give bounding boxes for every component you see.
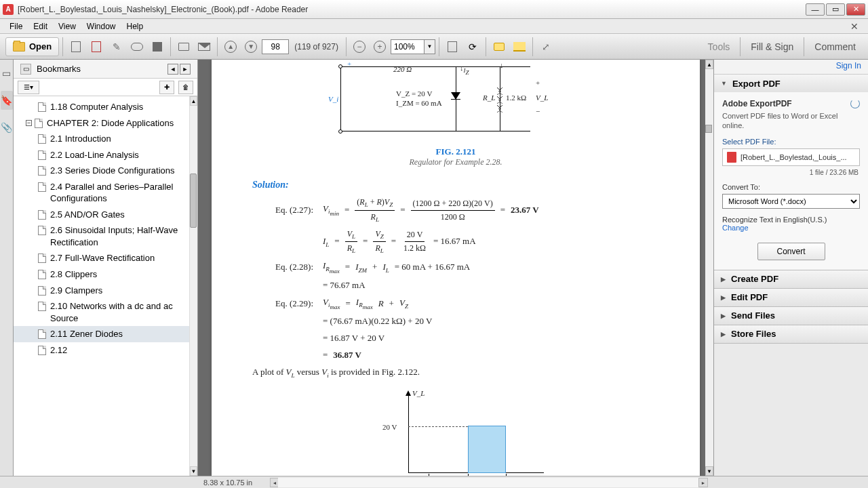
edit-pdf-header[interactable]: ▶Edit PDF bbox=[714, 289, 868, 306]
menu-file[interactable]: File bbox=[4, 20, 28, 33]
selected-file-box[interactable]: [Robert_L._Boylestad,_Louis_... bbox=[722, 148, 860, 166]
bookmarks-delete-button[interactable]: 🗑 bbox=[178, 81, 193, 94]
figure-caption: FIG. 2.121 Regulator for Example 2.28. bbox=[252, 146, 659, 167]
zoom-in-button[interactable]: + bbox=[370, 37, 389, 56]
bookmark-item[interactable]: 2.10 Networks with a dc and ac Source bbox=[14, 298, 197, 326]
bookmark-item[interactable]: 2.11 Zener Diodes bbox=[14, 326, 197, 342]
expand-icon[interactable]: ⤢ bbox=[536, 37, 555, 56]
bookmarks-title: Bookmarks bbox=[37, 64, 166, 74]
bookmark-item[interactable]: 2.2 Load-Line Analysis bbox=[14, 147, 197, 163]
bookmark-label: 2.3 Series Diode Configurations bbox=[50, 165, 195, 177]
cloud-icon[interactable] bbox=[127, 37, 146, 56]
vl-label: V_L bbox=[536, 94, 548, 102]
fill-sign-tab[interactable]: Fill & Sign bbox=[744, 37, 800, 56]
bookmark-label: 2.9 Clampers bbox=[50, 285, 195, 297]
export-pdf-body: Adobe ExportPDF Convert PDF files to Wor… bbox=[714, 92, 868, 270]
email-icon[interactable] bbox=[195, 37, 214, 56]
print-icon[interactable] bbox=[174, 37, 193, 56]
attachments-icon[interactable]: 📎 bbox=[1, 118, 13, 137]
app-icon: A bbox=[3, 4, 14, 15]
document-scrollbar[interactable]: ▲ ▼ bbox=[705, 60, 713, 476]
page-number-input[interactable] bbox=[262, 39, 289, 54]
change-link[interactable]: Change bbox=[722, 224, 749, 232]
bookmarks-icon[interactable]: 🔖 bbox=[1, 91, 13, 110]
zoom-dropdown-icon[interactable]: ▼ bbox=[425, 39, 435, 54]
thumbnails-icon[interactable]: ▭ bbox=[1, 64, 13, 83]
hscroll-right-icon[interactable]: ► bbox=[698, 478, 708, 487]
bookmark-item[interactable]: 2.8 Clippers bbox=[14, 266, 197, 283]
hscroll-track[interactable] bbox=[278, 478, 700, 487]
bookmark-item[interactable]: 2.6 Sinusoidal Inputs; Half-Wave Rectifi… bbox=[14, 222, 197, 250]
bookmarks-scrollbar[interactable]: ▲ ▼ bbox=[189, 96, 197, 476]
menu-help[interactable]: Help bbox=[121, 20, 149, 33]
signin-link[interactable]: Sign In bbox=[836, 61, 861, 70]
bookmark-item[interactable]: −CHAPTER 2: Diode Applications bbox=[14, 115, 197, 131]
tools-tab[interactable]: Tools bbox=[701, 37, 737, 56]
bookmark-label: 2.7 Full-Wave Rectification bbox=[50, 252, 195, 264]
menu-view[interactable]: View bbox=[53, 20, 81, 33]
page-icon bbox=[38, 329, 46, 339]
convert-to-select[interactable]: Microsoft Word (*.docx) bbox=[722, 194, 860, 209]
menu-edit[interactable]: Edit bbox=[28, 20, 53, 33]
doc-scroll-up-icon[interactable]: ▲ bbox=[705, 60, 713, 69]
zoom-select[interactable]: ▼ bbox=[391, 39, 435, 54]
edit-icon[interactable]: ✎ bbox=[107, 37, 126, 56]
scroll-up-icon[interactable]: ▲ bbox=[190, 96, 197, 106]
bookmarks-prev-button[interactable]: ◄ bbox=[167, 64, 178, 75]
bookmark-item[interactable]: 2.9 Clampers bbox=[14, 283, 197, 299]
export-brand: Adobe ExportPDF bbox=[722, 99, 792, 108]
open-button[interactable]: Open bbox=[5, 37, 59, 56]
highlight-icon[interactable] bbox=[510, 37, 529, 56]
bookmarks-toolbar: ☰▾ ✚ 🗑 bbox=[14, 79, 197, 96]
create-pdf-header[interactable]: ▶Create PDF bbox=[714, 270, 868, 288]
sticky-note-icon[interactable] bbox=[490, 37, 509, 56]
convert-button[interactable]: Convert bbox=[757, 243, 825, 260]
page-count-label: (119 of 927) bbox=[290, 42, 342, 52]
rl-value-label: 1.2 kΩ bbox=[506, 94, 526, 102]
scroll-down-icon[interactable]: ▼ bbox=[190, 466, 197, 476]
read-mode-icon[interactable] bbox=[443, 37, 462, 56]
export-pdf-section: ▼ Export PDF Adobe ExportPDF Convert PDF… bbox=[714, 75, 868, 270]
selected-file-name: [Robert_L._Boylestad,_Louis_... bbox=[741, 153, 847, 161]
plot-description: A plot of VL versus Vi is provided in Fi… bbox=[252, 367, 659, 379]
close-document-button[interactable]: ✕ bbox=[845, 20, 864, 33]
bookmarks-header: ▭ Bookmarks ◄ ► bbox=[14, 60, 197, 79]
zoom-out-button[interactable]: − bbox=[350, 37, 369, 56]
export-pdf-icon[interactable] bbox=[66, 37, 85, 56]
figure-text: Regulator for Example 2.28. bbox=[252, 157, 659, 167]
page-icon bbox=[38, 102, 46, 112]
collapse-icon[interactable]: − bbox=[26, 120, 32, 126]
bookmark-item[interactable]: 1.18 Computer Analysis bbox=[14, 99, 197, 115]
export-pdf-header[interactable]: ▼ Export PDF bbox=[714, 75, 868, 92]
bookmarks-options-button[interactable]: ☰▾ bbox=[18, 81, 39, 94]
rotate-icon[interactable]: ⟳ bbox=[463, 37, 482, 56]
save-icon[interactable] bbox=[148, 37, 167, 56]
bookmark-item[interactable]: 2.5 AND/OR Gates bbox=[14, 207, 197, 223]
file-info: 1 file / 23.26 MB bbox=[722, 166, 860, 183]
pdf-file-icon bbox=[727, 152, 736, 163]
doc-scroll-thumb[interactable] bbox=[705, 125, 712, 133]
close-button[interactable]: ✕ bbox=[846, 3, 865, 16]
page-up-button[interactable]: ▲ bbox=[221, 37, 240, 56]
maximize-button[interactable]: ▭ bbox=[826, 3, 845, 16]
scroll-thumb[interactable] bbox=[190, 174, 197, 228]
page-icon bbox=[38, 166, 46, 176]
bookmark-item[interactable]: 2.7 Full-Wave Rectification bbox=[14, 250, 197, 266]
circuit-diagram: 220 Ω ↓IZ ↓ V_i V_Z = 20 V I_ZM = 60 mA … bbox=[340, 66, 571, 141]
bookmark-item[interactable]: 2.3 Series Diode Configurations bbox=[14, 163, 197, 179]
minimize-button[interactable]: — bbox=[806, 3, 825, 16]
bookmarks-new-button[interactable]: ✚ bbox=[159, 81, 174, 94]
send-files-header[interactable]: ▶Send Files bbox=[714, 307, 868, 325]
page-down-button[interactable]: ▼ bbox=[241, 37, 260, 56]
bookmarks-next-button[interactable]: ► bbox=[180, 64, 191, 75]
bookmark-item[interactable]: 2.4 Parallel and Series–Parallel Configu… bbox=[14, 179, 197, 207]
create-pdf-icon[interactable] bbox=[87, 37, 106, 56]
bookmark-item[interactable]: 2.12 bbox=[14, 342, 197, 359]
menu-window[interactable]: Window bbox=[81, 20, 121, 33]
store-files-header[interactable]: ▶Store Files bbox=[714, 325, 868, 343]
refresh-icon[interactable] bbox=[850, 99, 860, 108]
bookmark-item[interactable]: 2.1 Introduction bbox=[14, 131, 197, 147]
comment-tab[interactable]: Comment bbox=[808, 37, 863, 56]
doc-scroll-down-icon[interactable]: ▼ bbox=[705, 466, 713, 476]
zoom-value[interactable] bbox=[391, 39, 425, 54]
